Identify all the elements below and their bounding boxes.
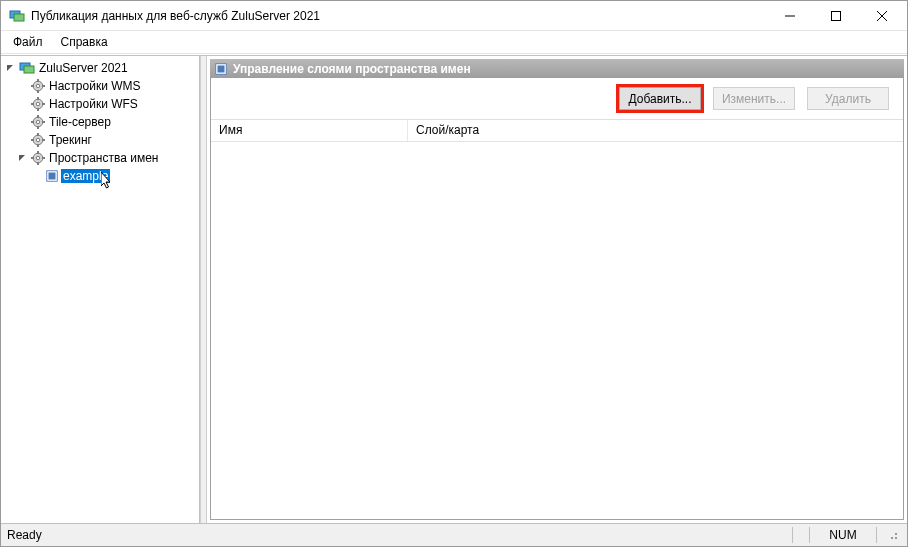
app-window: Публикация данных для веб-служб ZuluServ…	[0, 0, 908, 547]
status-num: NUM	[818, 528, 868, 542]
window-title: Публикация данных для веб-служб ZuluServ…	[31, 9, 767, 23]
gear-icon	[31, 115, 45, 129]
tree-item-tracking[interactable]: Трекинг	[3, 131, 197, 149]
tree-item-namespaces[interactable]: Пространства имен	[3, 149, 197, 167]
content: ZuluServer 2021 Настройки WMS Настройки …	[1, 55, 907, 524]
edit-button[interactable]: Изменить...	[713, 87, 795, 110]
menu-help[interactable]: Справка	[53, 33, 116, 51]
svg-rect-42	[895, 537, 897, 539]
gear-icon	[31, 97, 45, 111]
tree-item-tile[interactable]: Tile-сервер	[3, 113, 197, 131]
svg-point-15	[36, 102, 40, 106]
tree-item-wms[interactable]: Настройки WMS	[3, 77, 197, 95]
menubar: Файл Справка	[1, 31, 907, 53]
column-name[interactable]: Имя	[211, 120, 408, 141]
tree-pane: ZuluServer 2021 Настройки WMS Настройки …	[1, 56, 200, 523]
svg-point-9	[36, 84, 40, 88]
status-ready: Ready	[7, 528, 784, 542]
resize-grip[interactable]	[885, 527, 901, 544]
svg-point-27	[36, 138, 40, 142]
menu-file[interactable]: Файл	[5, 33, 51, 51]
app-icon	[9, 8, 25, 24]
gear-icon	[31, 151, 45, 165]
gear-icon	[31, 133, 45, 147]
main-pane: Управление слоями пространства имен Доба…	[207, 56, 907, 523]
server-icon	[19, 60, 35, 76]
tree-namespaces-label: Пространства имен	[47, 151, 160, 165]
close-button[interactable]	[859, 2, 905, 30]
tree-tracking-label: Трекинг	[47, 133, 94, 147]
panel-header: Управление слоями пространства имен	[210, 59, 904, 78]
collapse-icon[interactable]	[15, 154, 29, 163]
layer-icon	[214, 62, 228, 76]
tree-tile-label: Tile-сервер	[47, 115, 113, 129]
svg-rect-39	[49, 173, 56, 180]
titlebar: Публикация данных для веб-служб ZuluServ…	[1, 1, 907, 31]
svg-rect-7	[24, 66, 34, 73]
statusbar: Ready NUM	[1, 524, 907, 546]
collapse-icon[interactable]	[3, 64, 17, 73]
tree-item-example[interactable]: example	[3, 167, 197, 185]
panel-body: Добавить... Изменить... Удалить Имя Слой…	[210, 78, 904, 520]
svg-rect-41	[218, 65, 225, 72]
tree-root[interactable]: ZuluServer 2021	[3, 59, 197, 77]
tree-root-label: ZuluServer 2021	[37, 61, 130, 75]
divider	[876, 527, 877, 543]
divider	[809, 527, 810, 543]
svg-rect-1	[14, 14, 24, 21]
column-layer[interactable]: Слой/карта	[408, 120, 903, 141]
delete-button[interactable]: Удалить	[807, 87, 889, 110]
svg-point-33	[36, 156, 40, 160]
layer-icon	[45, 169, 59, 183]
tree-example-label: example	[61, 169, 110, 183]
table-header: Имя Слой/карта	[211, 120, 903, 142]
tree-wfs-label: Настройки WFS	[47, 97, 140, 111]
svg-rect-43	[891, 537, 893, 539]
table-body	[211, 142, 903, 519]
panel-title: Управление слоями пространства имен	[233, 62, 471, 76]
svg-point-21	[36, 120, 40, 124]
add-button[interactable]: Добавить...	[619, 87, 701, 110]
svg-rect-3	[832, 11, 841, 20]
splitter[interactable]	[200, 56, 207, 523]
action-row: Добавить... Изменить... Удалить	[211, 78, 903, 120]
divider	[792, 527, 793, 543]
svg-rect-44	[895, 533, 897, 535]
window-controls	[767, 2, 905, 30]
tree-wms-label: Настройки WMS	[47, 79, 143, 93]
minimize-button[interactable]	[767, 2, 813, 30]
maximize-button[interactable]	[813, 2, 859, 30]
tree-item-wfs[interactable]: Настройки WFS	[3, 95, 197, 113]
gear-icon	[31, 79, 45, 93]
